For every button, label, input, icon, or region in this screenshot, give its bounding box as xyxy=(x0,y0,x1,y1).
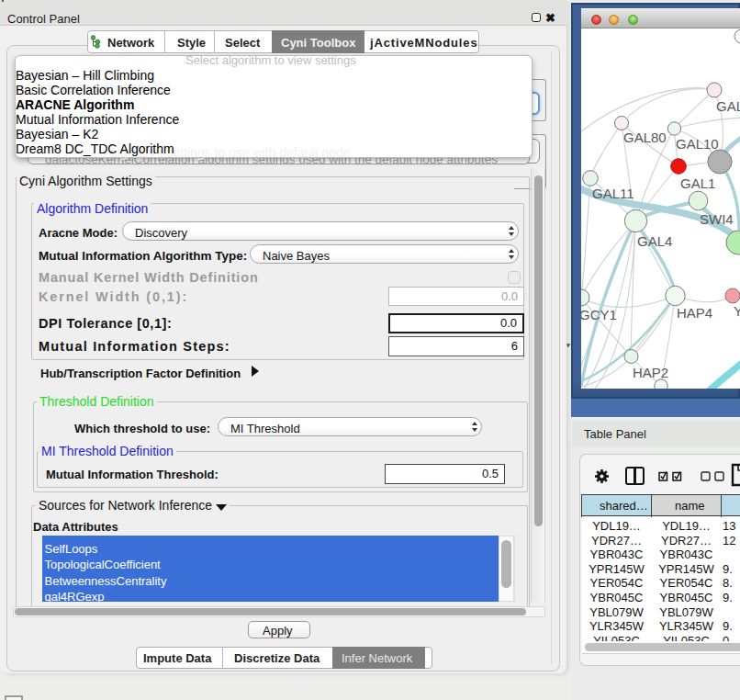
svg-text:GAL1: GAL1 xyxy=(680,175,715,191)
svg-text:YL: YL xyxy=(734,303,740,319)
svg-text:HAP4: HAP4 xyxy=(677,305,712,321)
svg-text:GAL80: GAL80 xyxy=(623,130,667,145)
svg-text:GAL4: GAL4 xyxy=(637,233,672,249)
svg-text:GAL7: GAL7 xyxy=(716,98,740,114)
svg-text:GAL11: GAL11 xyxy=(592,186,634,201)
svg-text:SWI4: SWI4 xyxy=(700,211,734,227)
svg-text:HAP2: HAP2 xyxy=(633,365,668,380)
svg-text:GCY1: GCY1 xyxy=(581,307,617,322)
svg-text:GAL10: GAL10 xyxy=(676,136,719,152)
